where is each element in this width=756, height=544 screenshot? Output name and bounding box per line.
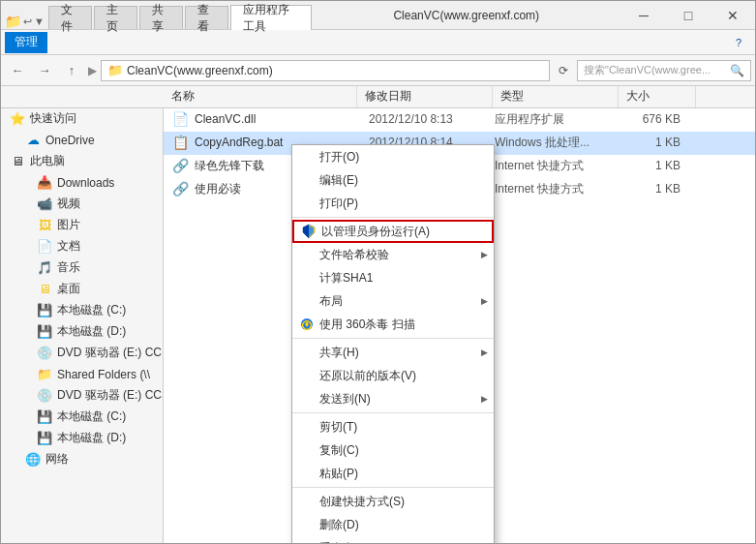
col-name[interactable]: 名称 [164,86,357,107]
sidebar-videos-label: 视频 [57,196,80,212]
tab-app-tools[interactable]: 应用程序工具 [230,5,311,30]
sidebar-desktop-label: 桌面 [57,281,80,297]
dvd-e2-icon: 💿 [36,388,53,404]
sidebar-dvd-e-label: DVD 驱动器 (E:) CC [57,345,162,361]
title-bar: 📁 ↩ ▼ 文件 主页 共享 查看 应用程序工具 CleanVC(www.gre… [1,1,755,30]
file-type-3: Internet 快捷方式 [495,181,611,197]
sidebar-dvd-e[interactable]: 💿 DVD 驱动器 (E:) CC [1,343,163,364]
sidebar-quick-access[interactable]: ⭐ 快速访问 [1,108,163,130]
file-type-0: 应用程序扩展 [495,111,611,128]
toolbar-icon-2[interactable]: ▼ [34,15,45,27]
up-button[interactable]: ↑ [59,59,84,82]
ctx-share[interactable]: 共享(H) [292,341,494,364]
sidebar-onedrive[interactable]: ☁ OneDrive [1,130,163,151]
table-row[interactable]: 📄 CleanVC.dll 2012/12/10 8:13 应用程序扩展 676… [164,108,755,132]
music-icon: 🎵 [36,260,53,276]
ctx-run-as-admin[interactable]: 以管理员身份运行(A) [292,220,494,243]
ctx-separator-2 [292,338,494,339]
ctx-open[interactable]: 打开(O) [292,145,494,168]
this-pc-icon: 🖥 [9,154,26,169]
ctx-edit[interactable]: 编辑(E) [292,168,494,192]
tab-share[interactable]: 共享 [139,6,183,29]
address-path[interactable]: 📁 CleanVC(www.greenxf.com) [101,60,550,81]
toolbar-icon-1[interactable]: ↩ [23,15,32,28]
ctx-paste[interactable]: 粘贴(P) [292,462,494,485]
sidebar-music-label: 音乐 [57,259,80,276]
folder-icon: 📁 [5,14,21,29]
sidebar-local-c2-label: 本地磁盘 (C:) [57,408,126,425]
maximize-button[interactable]: □ [666,1,711,30]
minimize-button[interactable]: ─ [621,1,666,30]
sidebar-videos[interactable]: 📹 视频 [1,194,163,215]
file-name-0: CleanVC.dll [195,112,369,126]
file-icon-0: 📄 [171,110,189,128]
sidebar-desktop[interactable]: 🖥 桌面 [1,279,163,300]
window-title: CleanVC(www.greenxf.com) [312,1,622,29]
tab-file[interactable]: 文件 [48,6,92,29]
ctx-create-shortcut[interactable]: 创建快捷方式(S) [292,490,494,513]
ctx-scan-360-label: 使用 360杀毒 扫描 [319,317,415,333]
downloads-icon: 📥 [36,175,53,191]
sidebar-local-c2[interactable]: 💾 本地磁盘 (C:) [1,407,163,428]
help-button[interactable]: ? [726,32,751,53]
svg-marker-4 [304,226,309,237]
ctx-cut[interactable]: 剪切(T) [292,415,494,438]
file-size-1: 1 KB [611,136,688,149]
onedrive-icon: ☁ [24,133,42,148]
sidebar-local-c[interactable]: 💾 本地磁盘 (C:) [1,300,163,321]
local-d-icon: 💾 [36,324,53,340]
ctx-print[interactable]: 打印(P) [292,192,494,215]
window-controls: ─ □ ✕ [621,1,755,29]
sidebar-downloads-label: Downloads [57,176,114,190]
sidebar-network-label: 网络 [45,451,69,468]
file-size-2: 1 KB [611,159,688,172]
sidebar-this-pc[interactable]: 🖥 此电脑 [1,151,163,172]
back-button[interactable]: ← [5,59,30,82]
sidebar-pictures[interactable]: 🖼 图片 [1,215,163,236]
ctx-file-hash[interactable]: 文件哈希校验 [292,243,494,266]
ctx-restore-prev[interactable]: 还原以前的版本(V) [292,364,494,387]
sidebar-local-d2[interactable]: 💾 本地磁盘 (D:) [1,428,163,449]
file-type-2: Internet 快捷方式 [495,158,611,174]
sidebar-downloads[interactable]: 📥 Downloads [1,172,163,194]
desktop-icon: 🖥 [36,282,53,297]
sidebar-music[interactable]: 🎵 音乐 [1,257,163,279]
svg-marker-3 [309,226,314,237]
column-headers: 名称 修改日期 类型 大小 [1,86,755,108]
refresh-button[interactable]: ⟳ [552,60,575,81]
file-type-1: Windows 批处理... [495,135,611,151]
sidebar-shared-folders[interactable]: 📁 Shared Folders (\\ [1,364,163,385]
sidebar-network[interactable]: 🌐 网络 [1,449,163,470]
col-type[interactable]: 类型 [493,86,619,107]
ctx-delete[interactable]: 删除(D) [292,513,494,536]
main-window: 📁 ↩ ▼ 文件 主页 共享 查看 应用程序工具 CleanVC(www.gre… [0,0,756,544]
search-box[interactable]: 搜索"CleanVC(www.gree... 🔍 [577,60,751,81]
sidebar-shared-folders-label: Shared Folders (\\ [57,368,150,381]
sidebar-dvd-e2[interactable]: 💿 DVD 驱动器 (E:) CCS [1,385,163,407]
ctx-rename[interactable]: 重命名(M) [292,536,494,544]
sidebar-quick-access-label: 快速访问 [30,110,76,127]
forward-button[interactable]: → [32,59,57,82]
tab-home[interactable]: 主页 [94,6,137,29]
ctx-run-as-admin-label: 以管理员身份运行(A) [321,224,430,240]
file-icon-3: 🔗 [171,180,189,197]
ctx-copy[interactable]: 复制(C) [292,438,494,462]
sidebar-local-d[interactable]: 💾 本地磁盘 (D:) [1,321,163,343]
col-date[interactable]: 修改日期 [357,86,493,107]
sidebar-documents[interactable]: 📄 文档 [1,236,163,257]
sidebar: ⭐ 快速访问 ☁ OneDrive 🖥 此电脑 📥 Downloads [1,108,164,544]
col-size[interactable]: 大小 [619,86,696,107]
ctx-scan-360[interactable]: 使用 360杀毒 扫描 [292,313,494,336]
ctx-send-to[interactable]: 发送到(N) [292,387,494,410]
ctx-separator-4 [292,487,494,488]
close-button[interactable]: ✕ [711,1,755,30]
sidebar-dvd-e2-label: DVD 驱动器 (E:) CCS [57,387,164,404]
ctx-layout[interactable]: 布局 [292,289,494,313]
ctx-calc-sha1[interactable]: 计算SHA1 [292,266,494,289]
menu-manage[interactable]: 管理 [5,32,47,53]
path-folder-icon: 📁 [107,63,123,77]
sidebar-onedrive-label: OneDrive [45,134,95,147]
search-icon: 🔍 [730,64,744,77]
shield-run-icon [300,223,318,240]
tab-view[interactable]: 查看 [185,6,228,29]
